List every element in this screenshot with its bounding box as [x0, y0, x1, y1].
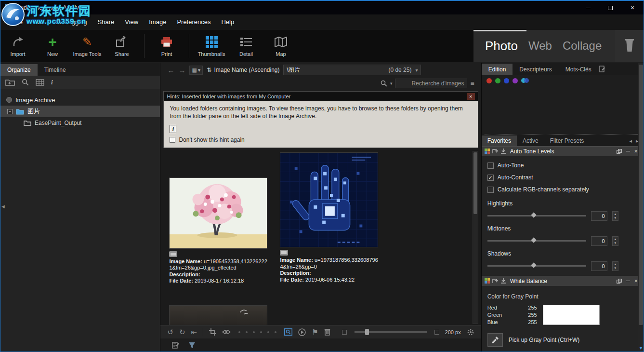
slideshow-play-icon[interactable]: [298, 328, 306, 336]
menu-preferences[interactable]: Preferences: [171, 14, 216, 30]
sort-control[interactable]: ⇅ Image Name (Ascending): [207, 67, 279, 73]
checkbox[interactable]: [487, 162, 494, 169]
midtones-slider[interactable]: 0 ▴▾: [487, 236, 635, 246]
collapse-left-panel-arrow[interactable]: ◄: [0, 203, 6, 209]
slider-handle[interactable]: [365, 329, 369, 335]
value-spinner[interactable]: ▴▾: [612, 236, 618, 246]
auto-tone-checkbox[interactable]: Auto-Tone: [487, 160, 635, 172]
mode-collage[interactable]: Collage: [563, 39, 602, 53]
shadows-slider[interactable]: 0 ▴▾: [487, 261, 635, 271]
preset-grid-icon[interactable]: [485, 278, 490, 284]
preview-eye-icon[interactable]: [222, 329, 231, 335]
info-icon[interactable]: i: [51, 79, 53, 86]
collapse-node-icon[interactable]: −: [7, 109, 13, 114]
spin-down-icon[interactable]: ▾: [614, 216, 616, 220]
maximize-button[interactable]: [599, 1, 621, 14]
mode-web[interactable]: Web: [528, 39, 552, 53]
pick-gray-point-button[interactable]: Pick up Gray Point (Ctrl+W): [487, 333, 635, 347]
menu-edit[interactable]: Edit: [28, 14, 49, 30]
dont-show-hint-checkbox[interactable]: Don't show this hint again: [170, 136, 472, 144]
thumbnail-size-dots[interactable]: [238, 331, 276, 333]
image-card-1[interactable]: Image Name: u=1905452358,4132262221&fm=2…: [169, 177, 267, 284]
edit-list-icon[interactable]: [172, 342, 180, 349]
new-button[interactable]: + New: [35, 35, 70, 57]
slider-handle[interactable]: [531, 213, 536, 218]
fit-size-icon[interactable]: [342, 330, 347, 335]
collapse-panel-icon[interactable]: [626, 281, 630, 281]
image-tools-button[interactable]: ✎ Image Tools: [70, 35, 105, 57]
archive-trash-button[interactable]: [615, 30, 644, 62]
edition-panel-scrollbar[interactable]: ▼: [638, 63, 644, 352]
tab-mots-cles[interactable]: Mots-Clés: [559, 64, 598, 75]
chevron-down-icon[interactable]: ▾: [390, 81, 393, 86]
thumbnails-scrollbar[interactable]: [473, 151, 478, 324]
forward-icon[interactable]: →: [178, 66, 185, 74]
folder-path-dropdown[interactable]: \图片 (0 de 25) ▾: [283, 65, 421, 75]
hint-close-button[interactable]: ×: [467, 93, 475, 100]
save-preset-icon[interactable]: [500, 278, 506, 284]
tab-organize[interactable]: Organize: [0, 64, 38, 76]
filter-funnel-icon[interactable]: [188, 342, 196, 349]
auto-tone-panel-header[interactable]: Auto Tone Levels ×: [482, 146, 641, 156]
tab-timeline[interactable]: Timeline: [38, 64, 73, 76]
checkbox[interactable]: [170, 137, 175, 143]
tree-item-folder-selected[interactable]: − 图片: [0, 106, 160, 117]
mode-photo[interactable]: Photo: [485, 39, 518, 54]
rgb-channels-checkbox[interactable]: Calculate RGB-channels separately: [487, 184, 635, 196]
spin-up-icon[interactable]: ▴: [614, 212, 616, 216]
tree-item-image-archive[interactable]: Image Archive: [0, 94, 160, 106]
redo-icon[interactable]: ↻: [179, 328, 185, 337]
green-label-icon[interactable]: [495, 78, 500, 83]
tab-filter-presets[interactable]: Filter Presets: [544, 135, 590, 146]
print-button[interactable]: Print: [149, 35, 184, 57]
scrollbar-thumb[interactable]: [639, 65, 643, 325]
detail-button[interactable]: Detail: [229, 35, 263, 57]
slider-handle[interactable]: [531, 238, 536, 243]
collapse-panel-icon[interactable]: [626, 151, 630, 151]
import-button[interactable]: Import: [0, 35, 35, 57]
thumbnails-button[interactable]: Thumbnails: [194, 35, 229, 57]
blue-label-icon[interactable]: [504, 78, 509, 83]
spin-down-icon[interactable]: ▾: [614, 266, 616, 270]
scroll-tabs-left-icon[interactable]: ◂: [630, 138, 632, 144]
crop-icon[interactable]: [209, 328, 216, 336]
red-label-icon[interactable]: [486, 78, 492, 83]
menu-help[interactable]: Help: [216, 14, 239, 30]
settings-gear-icon[interactable]: [467, 328, 474, 336]
frame-toggle-icon[interactable]: [434, 330, 439, 335]
spin-down-icon[interactable]: ▾: [614, 241, 616, 245]
revert-icon[interactable]: ⇤: [191, 328, 197, 337]
thumbnail-size-slider[interactable]: [355, 331, 427, 333]
search-icon[interactable]: [381, 80, 387, 87]
undo-icon[interactable]: ↺: [167, 328, 173, 337]
slider-track[interactable]: [487, 265, 586, 267]
shadows-value[interactable]: 0: [591, 261, 607, 271]
image-card-2[interactable]: Image Name: u=1973187856,3326087964&fm=2…: [280, 152, 378, 283]
flag-icon[interactable]: ⚑: [312, 328, 318, 337]
table-view-icon[interactable]: [36, 79, 44, 86]
value-spinner[interactable]: ▴▾: [612, 261, 618, 271]
tab-favorites[interactable]: Favorites: [482, 135, 517, 146]
back-icon[interactable]: ←: [167, 66, 174, 74]
menu-image[interactable]: Image: [144, 14, 171, 30]
detach-panel-icon[interactable]: [617, 279, 622, 284]
edit-note-icon[interactable]: [599, 66, 605, 72]
multicolor-label-icon[interactable]: [521, 78, 529, 83]
tab-descripteurs[interactable]: Descripteurs: [513, 64, 558, 75]
highlights-value[interactable]: 0: [591, 211, 607, 221]
close-panel-icon[interactable]: ×: [634, 148, 638, 155]
spin-up-icon[interactable]: ▴: [614, 262, 616, 266]
midtones-value[interactable]: 0: [591, 236, 607, 246]
tab-active[interactable]: Active: [517, 135, 544, 146]
share-button[interactable]: Share: [105, 35, 139, 57]
auto-contrast-checkbox[interactable]: ✓ Auto-Contrast: [487, 172, 635, 184]
checkbox[interactable]: ✓: [487, 175, 494, 181]
tab-edition[interactable]: Edition: [482, 64, 513, 75]
image-card-3[interactable]: [169, 305, 267, 325]
tree-item-subfolder[interactable]: EasePaint_Output: [0, 117, 160, 129]
search-input[interactable]: Recherche d'images: [395, 79, 467, 88]
minimize-button[interactable]: [577, 1, 599, 14]
detach-panel-icon[interactable]: [617, 149, 622, 154]
save-preset-icon[interactable]: [500, 149, 506, 154]
delete-icon[interactable]: [324, 328, 330, 336]
